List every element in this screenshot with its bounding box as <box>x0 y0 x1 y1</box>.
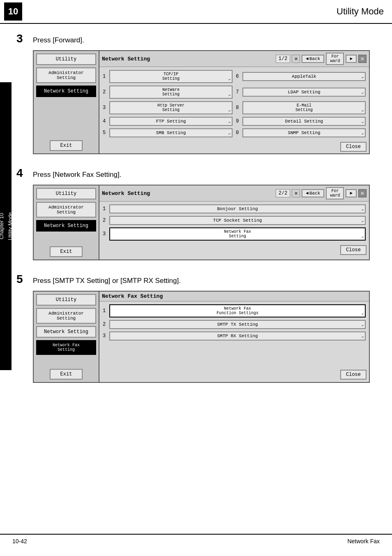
admin-btn3[interactable]: Administrator Setting <box>36 308 96 324</box>
menu2-item-1: 1 Bonjour Setting <box>101 203 367 215</box>
arrow-btn2[interactable]: ► <box>346 189 357 197</box>
page-indicator1: 1/2 <box>276 55 291 63</box>
menu-item-5: 5 SMB Setting <box>101 127 234 139</box>
menu-item-3: 3 Http ServerSetting <box>101 100 234 116</box>
menu-item-7: 7 LDAP Setting <box>234 84 367 100</box>
menu-item-0: 0 SNMP Setting <box>234 127 367 139</box>
page-header: 10 Utility Mode <box>0 0 392 24</box>
step4-header: 4 Press [Network Fax Setting]. <box>16 167 380 180</box>
exit-btn2[interactable]: Exit <box>50 246 83 257</box>
utility-btn3[interactable]: Utility <box>36 294 96 306</box>
forward-btn2[interactable]: For ward <box>326 187 344 199</box>
utility-btn2[interactable]: Utility <box>36 188 96 199</box>
admin-btn[interactable]: Administrator Setting <box>36 67 96 83</box>
panel3-close: Close <box>99 368 369 381</box>
panel2-title: Network Setting <box>102 190 150 197</box>
menu-item-6: 6 AppleTalk <box>234 69 367 84</box>
mockup1-panel: Network Setting 1/2 ✕ ◄ Back For ward ► … <box>99 51 369 153</box>
mockup1-sidebar: Utility Administrator Setting Network Se… <box>34 51 99 153</box>
step4-instruction: Press [Network Fax Setting]. <box>33 171 121 179</box>
menu-item-8: 8 E-MailSetting <box>234 100 367 116</box>
exit-btn3[interactable]: Exit <box>50 369 83 380</box>
step3-number: 3 <box>16 32 26 45</box>
step4-section: 4 Press [Network Fax Setting]. Utility A… <box>16 167 380 260</box>
menu-grid1: 1 TCP/IPSetting 6 AppleTalk 2 NetWareSet… <box>99 67 369 140</box>
back-btn1[interactable]: ◄ Back <box>302 55 324 63</box>
step5-header: 5 Press [SMTP TX Setting] or [SMTP RX Se… <box>16 273 380 286</box>
arrow-btn1[interactable]: ► <box>346 55 357 63</box>
mockup2-sidebar: Utility Administrator Setting Network Se… <box>34 185 99 259</box>
network-btn3[interactable]: Network Setting <box>36 326 96 338</box>
exit-btn[interactable]: Exit <box>50 140 83 151</box>
x-btn1[interactable]: ✕ <box>292 55 300 63</box>
mockup1: Utility Administrator Setting Network Se… <box>33 50 370 154</box>
mockup3: Utility Administrator Setting Network Se… <box>33 291 370 383</box>
utility-btn[interactable]: Utility <box>36 53 96 65</box>
mockup3-panel: Network Fax Setting 1 Network FaxFunctio… <box>99 292 369 382</box>
step5-section: 5 Press [SMTP TX Setting] or [SMTP RX Se… <box>16 273 380 383</box>
side-tab: Chapter 10 Utility Mode <box>0 82 12 370</box>
menu2-item-2: 2 TCP Socket Setting <box>101 215 367 226</box>
menu-grid2: 1 Bonjour Setting 2 TCP Socket Setting 3… <box>99 202 369 243</box>
admin-btn2[interactable]: Administrator Setting <box>36 202 96 218</box>
panel1-title: Network Setting <box>102 56 150 62</box>
panel2-close: Close <box>99 243 369 257</box>
menu-item-2: 2 NetWareSetting <box>101 84 234 100</box>
panel2-header: Network Setting 2/2 ✕ ◄ Back For ward ► … <box>99 185 369 202</box>
mockup2: Utility Administrator Setting Network Se… <box>33 185 370 260</box>
panel1-nav: 1/2 ✕ ◄ Back For ward ► ⊞ <box>276 53 367 65</box>
page-indicator2: 2/2 <box>276 189 291 197</box>
menu-item-4: 4 FTP Setting <box>101 116 234 127</box>
panel1-header: Network Setting 1/2 ✕ ◄ Back For ward ► … <box>99 51 369 67</box>
panel1-close: Close <box>99 140 369 153</box>
forward-btn1[interactable]: For ward <box>326 53 344 65</box>
step3-section: 3 Press [Forward]. Utility Administrator… <box>16 32 380 154</box>
grid-btn1[interactable]: ⊞ <box>358 55 367 63</box>
close-btn2[interactable]: Close <box>340 245 367 255</box>
close-btn3[interactable]: Close <box>340 370 367 380</box>
footer-page-num: 10-42 <box>12 538 27 544</box>
step4-number: 4 <box>16 167 26 180</box>
menu2-item-3: 3 Network FaxSetting <box>101 226 367 242</box>
back-btn2[interactable]: ◄ Back <box>302 189 324 197</box>
step3-header: 3 Press [Forward]. <box>16 32 380 45</box>
step5-number: 5 <box>16 273 26 286</box>
panel2-nav: 2/2 ✕ ◄ Back For ward ► ⊞ <box>276 187 367 199</box>
menu3-item-3: 3 SMTP RX Setting <box>101 330 367 342</box>
network-fax-btn3[interactable]: Network Fax Setting <box>36 340 96 355</box>
side-tab-mode: Utility Mode <box>7 212 13 240</box>
grid-btn2[interactable]: ⊞ <box>358 189 367 197</box>
main-content: 3 Press [Forward]. Utility Administrator… <box>0 24 392 403</box>
panel3-title: Network Fax Setting <box>102 293 163 299</box>
step5-instruction: Press [SMTP TX Setting] or [SMTP RX Sett… <box>33 277 181 285</box>
mockup3-sidebar: Utility Administrator Setting Network Se… <box>34 292 99 382</box>
network-btn[interactable]: Network Setting <box>36 86 96 97</box>
chapter-badge: 10 <box>4 2 22 21</box>
network-btn2[interactable]: Network Setting <box>36 220 96 232</box>
step3-instruction: Press [Forward]. <box>33 36 84 44</box>
mockup2-panel: Network Setting 2/2 ✕ ◄ Back For ward ► … <box>99 185 369 259</box>
menu-item-9: 9 Detail Setting <box>234 116 367 127</box>
menu3-item-1: 1 Network FaxFunction Settings <box>101 303 367 319</box>
header-title: Utility Mode <box>337 6 384 17</box>
footer-section: Network Fax <box>347 538 380 544</box>
panel3-header: Network Fax Setting <box>99 292 369 301</box>
menu-item-1: 1 TCP/IPSetting <box>101 69 234 84</box>
menu3-item-2: 2 SMTP TX Setting <box>101 319 367 330</box>
side-tab-chapter: Chapter 10 <box>0 213 5 239</box>
page-footer: 10-42 Network Fax <box>0 534 392 548</box>
menu-grid3: 1 Network FaxFunction Settings 2 SMTP TX… <box>99 301 369 343</box>
x-btn2[interactable]: ✕ <box>292 189 300 197</box>
close-btn1[interactable]: Close <box>340 142 367 152</box>
